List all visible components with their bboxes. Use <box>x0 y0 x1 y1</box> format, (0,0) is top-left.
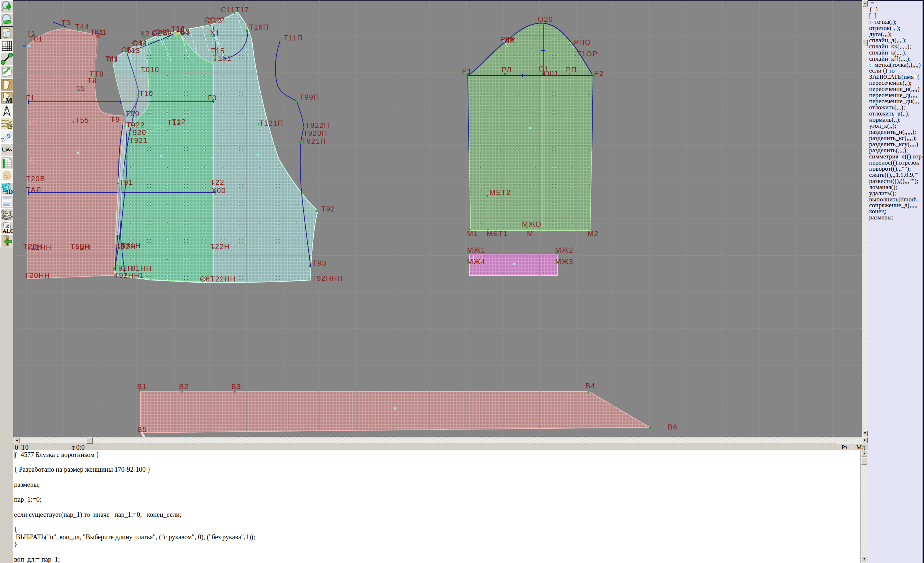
svg-text:Г0: Г0 <box>208 94 217 102</box>
svg-text:В4: В4 <box>585 382 595 390</box>
svg-text:G: G <box>6 121 13 130</box>
svg-text:Ь3: Ь3 <box>180 27 189 35</box>
svg-text:Т93: Т93 <box>313 259 327 267</box>
svg-text:Т81Н: Т81Н <box>121 242 141 250</box>
svg-text:Т5: Т5 <box>76 84 85 92</box>
svg-text:Т22: Т22 <box>210 178 225 186</box>
svg-text:Т44: Т44 <box>75 23 89 31</box>
svg-text:МЖ1: МЖ1 <box>467 246 486 254</box>
svg-text:Т16П: Т16П <box>249 23 269 31</box>
svg-text:МЕТ2: МЕТ2 <box>489 189 511 196</box>
svg-text:Т121П: Т121П <box>259 119 284 127</box>
svg-text:Т11П: Т11П <box>284 34 303 42</box>
svg-text:ТАЛ: ТАЛ <box>26 186 42 194</box>
svg-text:Т99П: Т99П <box>300 93 320 101</box>
svg-text:Т21НН: Т21НН <box>26 243 52 251</box>
svg-text:О01: О01 <box>544 69 559 77</box>
svg-text:МЖ2: МЖ2 <box>555 246 573 254</box>
svg-text:ALG: ALG <box>3 228 13 234</box>
svg-text:S: S <box>30 136 34 146</box>
svg-text:Т9: Т9 <box>111 115 120 123</box>
svg-text:Т01: Т01 <box>29 35 43 43</box>
svg-text:Т81НН: Т81НН <box>126 264 152 272</box>
svg-text:М2: М2 <box>588 229 599 238</box>
svg-text:Р2: Р2 <box>594 69 604 77</box>
svg-text:В6: В6 <box>668 423 678 431</box>
svg-text:Т55: Т55 <box>75 116 89 124</box>
svg-text:Т010: Т010 <box>141 66 159 73</box>
svg-text:Т1: Т1 <box>108 55 118 63</box>
svg-text:Т12: Т12 <box>172 118 186 126</box>
svg-text:О20: О20 <box>538 15 553 23</box>
svg-text:Р1: Р1 <box>462 67 472 75</box>
svg-text:В2: В2 <box>179 383 189 391</box>
svg-text:Т91: Т91 <box>119 178 133 186</box>
svg-text:РПО: РПО <box>574 38 591 46</box>
svg-text:Т151: Т151 <box>213 54 232 62</box>
svg-text:Г1: Г1 <box>26 94 35 102</box>
svg-text:С12: С12 <box>207 16 222 24</box>
svg-text:Т92: Т92 <box>321 205 335 213</box>
svg-text:Т92НН1: Т92НН1 <box>114 271 144 279</box>
svg-text:РЛ: РЛ <box>502 66 512 73</box>
svg-text:С44: С44 <box>132 39 147 47</box>
svg-text:Т15: Т15 <box>211 47 225 55</box>
svg-text:Т922: Т922 <box>126 121 145 129</box>
svg-text:Т920П: Т920П <box>303 129 327 137</box>
svg-text:ЛВ: ЛВ <box>505 37 515 45</box>
svg-text:Т10: Т10 <box>140 90 153 97</box>
svg-text:L: L <box>30 155 36 165</box>
svg-text:РП: РП <box>566 66 577 73</box>
svg-text:Т92ННП: Т92ННП <box>312 274 343 282</box>
svg-text:МЖ3: МЖ3 <box>555 258 573 266</box>
svg-text:В5: В5 <box>137 425 147 433</box>
svg-text:3D: 3D <box>5 189 13 195</box>
svg-text:Т22Н: Т22Н <box>210 243 230 250</box>
svg-text:Т920: Т920 <box>128 129 147 136</box>
svg-text:M: M <box>5 96 13 104</box>
svg-text:Т20В: Т20В <box>26 175 45 183</box>
svg-text:Т20НН: Т20НН <box>24 271 50 279</box>
svg-text:В1: В1 <box>137 383 147 391</box>
svg-text:Т922П: Т922П <box>305 121 330 129</box>
svg-text:М: М <box>527 229 534 238</box>
svg-text:Х00: Х00 <box>212 187 226 195</box>
svg-text:МЕТ1: МЕТ1 <box>486 229 508 238</box>
svg-text:ТВН: ТВН <box>75 243 91 251</box>
svg-text:М1: М1 <box>467 229 478 238</box>
svg-text:С43: С43 <box>155 28 170 36</box>
svg-text:Т8: Т8 <box>87 76 97 84</box>
svg-text:Т921: Т921 <box>129 136 148 144</box>
svg-text:Т3: Т3 <box>62 19 71 27</box>
svg-text:Х1: Х1 <box>210 29 220 37</box>
svg-text:С6Т22НН: С6Т22НН <box>200 275 236 283</box>
svg-text:Х2: Х2 <box>140 30 150 37</box>
svg-text:МЖО: МЖО <box>522 220 542 228</box>
svg-text:Т99: Т99 <box>126 110 140 118</box>
svg-text:С11Т17: С11Т17 <box>221 6 249 14</box>
svg-text:Т1ОР: Т1ОР <box>577 50 598 58</box>
svg-text:Т921П: Т921П <box>302 137 326 145</box>
svg-text:МЖ4: МЖ4 <box>467 258 486 266</box>
svg-text:Т71: Т71 <box>93 28 107 36</box>
svg-text:В3: В3 <box>231 383 241 391</box>
svg-text:Т13: Т13 <box>126 46 140 54</box>
svg-text:Ю: Ю <box>28 118 37 127</box>
